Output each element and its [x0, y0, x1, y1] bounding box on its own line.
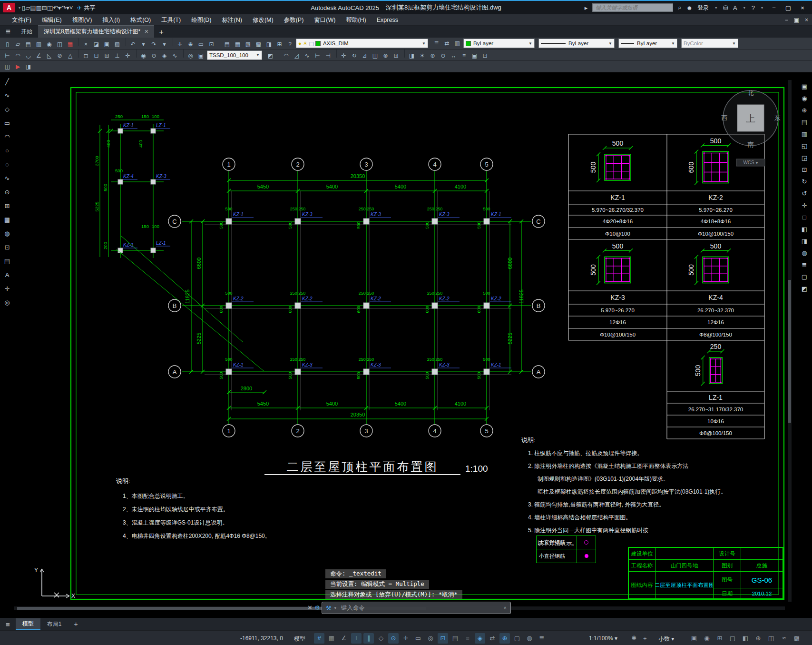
- drawing-canvas[interactable]: KZ-1LZ-1KZ-4KZ-3KZ-1LZ-12501501004004003…: [0, 72, 812, 618]
- mdi-close-icon[interactable]: ×: [805, 17, 808, 23]
- point-icon[interactable]: ✛: [1, 284, 13, 293]
- break-icon[interactable]: ⊖: [439, 51, 448, 60]
- transparency-icon[interactable]: ◎: [425, 633, 436, 644]
- dim-text-edit-icon[interactable]: ∿: [170, 51, 179, 60]
- tray-icon[interactable]: ⊞: [714, 633, 725, 644]
- tab-model[interactable]: 模型: [16, 618, 40, 630]
- autoscale-icon[interactable]: ▢: [512, 633, 522, 644]
- command-line[interactable]: ⚒ ▾ ˄: [322, 602, 511, 614]
- grid-panel-icon[interactable]: ◍: [799, 248, 810, 258]
- lineweight-combo[interactable]: ByLayer ▼: [618, 39, 677, 48]
- layer-states-icon[interactable]: ▦: [233, 40, 242, 49]
- blocks-icon[interactable]: ◉: [799, 94, 810, 103]
- plot-icon[interactable]: ▥: [34, 40, 43, 49]
- counts-icon[interactable]: ⊕: [799, 106, 810, 115]
- annotation-scale[interactable]: 1:1/100% ▾: [589, 635, 617, 642]
- hardware-icon[interactable]: ◉: [702, 633, 712, 644]
- layers-panel-icon[interactable]: ▤: [799, 118, 810, 127]
- add-layout-button[interactable]: +: [68, 620, 83, 628]
- save-icon[interactable]: ▤: [24, 40, 33, 49]
- quick-props-icon[interactable]: ⇄: [487, 633, 498, 644]
- rotate-view-icon[interactable]: ↻: [799, 177, 810, 186]
- annotation-icon[interactable]: ⊕: [499, 633, 510, 644]
- tab-close-icon[interactable]: ✕: [144, 29, 148, 35]
- grid-icon[interactable]: #: [314, 633, 324, 644]
- otrack-icon[interactable]: ✛: [401, 633, 411, 644]
- command-customize-icon[interactable]: ⚙: [314, 604, 320, 611]
- workspace-icon[interactable]: ◍: [524, 633, 535, 644]
- maximize-button[interactable]: ▢: [783, 4, 793, 11]
- dim-ordinate-icon[interactable]: △: [66, 51, 75, 60]
- region-icon[interactable]: ⊡: [1, 243, 13, 252]
- dim-diameter-icon[interactable]: ⊘: [55, 51, 64, 60]
- annotation-vis-icon[interactable]: ≣: [537, 633, 547, 644]
- add-icon[interactable]: ⊕: [753, 633, 763, 644]
- plot-icon[interactable]: ◫: [47, 4, 53, 11]
- calculator-icon[interactable]: ⊞: [275, 40, 284, 49]
- units-selector[interactable]: 小数 ▾: [658, 635, 674, 643]
- mirror-icon[interactable]: ◫: [371, 51, 380, 60]
- hatch-panel-icon[interactable]: ◲: [799, 153, 810, 162]
- dim-edit-icon[interactable]: ◈: [160, 51, 169, 60]
- lineweight-icon[interactable]: ▭: [413, 633, 423, 644]
- ellipse-icon[interactable]: ⊙: [1, 188, 13, 197]
- command-input[interactable]: [340, 604, 500, 612]
- menu-hamburger-icon[interactable]: ≡: [0, 27, 15, 38]
- save-icon[interactable]: ▤: [30, 4, 36, 11]
- import-icon[interactable]: ⊟: [42, 4, 47, 11]
- redo-dd-icon[interactable]: ▾: [160, 40, 169, 49]
- animation-icon[interactable]: ▶: [13, 62, 22, 71]
- dim-break-icon[interactable]: ⊥: [113, 51, 122, 60]
- vscroll-thumb[interactable]: [788, 280, 791, 423]
- help-icon[interactable]: ?: [752, 4, 755, 11]
- menu-w[interactable]: 窗口(W): [309, 14, 341, 26]
- search-expand-icon[interactable]: ▸: [585, 4, 588, 11]
- menu-e[interactable]: 编辑(E): [37, 14, 67, 26]
- text-icon[interactable]: A: [1, 270, 13, 279]
- plot-style-combo[interactable]: ByColor ▼: [681, 39, 738, 48]
- match-properties-icon[interactable]: ▨: [113, 40, 122, 49]
- pan-view-icon[interactable]: ✛: [799, 201, 810, 210]
- open-folder-icon[interactable]: ▱: [25, 4, 30, 11]
- menu-express[interactable]: Express: [372, 14, 403, 26]
- qleader-icon[interactable]: ◻: [81, 51, 90, 60]
- offset-icon[interactable]: ⊜: [381, 51, 390, 60]
- gradient-icon[interactable]: ◍: [1, 229, 13, 238]
- dim-linear-icon[interactable]: ⊢: [3, 51, 12, 60]
- arc-icon[interactable]: ◠: [1, 132, 13, 141]
- mdi-restore-icon[interactable]: ▣: [794, 17, 799, 23]
- properties-icon[interactable]: ▣: [799, 82, 810, 91]
- menu-h[interactable]: 帮助(H): [341, 14, 371, 26]
- dim-radius-icon[interactable]: ◺: [45, 51, 54, 60]
- snap-icon[interactable]: ▦: [326, 633, 337, 644]
- menu-v[interactable]: 视图(V): [67, 14, 98, 26]
- trim-icon[interactable]: ⊢: [313, 51, 322, 60]
- ortho-icon[interactable]: ⊥: [351, 633, 362, 644]
- polar-icon[interactable]: ∥: [363, 633, 374, 644]
- chamfer-icon[interactable]: ◿: [292, 51, 301, 60]
- donut-icon[interactable]: ◎: [1, 298, 13, 307]
- corner-icon[interactable]: ◩: [799, 284, 810, 293]
- zoom-window-icon[interactable]: ▭: [196, 40, 205, 49]
- osnap-icon[interactable]: ⊙: [388, 633, 399, 644]
- copy-icon[interactable]: ◪: [92, 40, 101, 49]
- share-button[interactable]: ✈ 共享: [77, 4, 95, 12]
- table-icon[interactable]: ▤: [1, 257, 13, 266]
- half-left-icon[interactable]: ◧: [799, 225, 810, 234]
- autodesk-icon[interactable]: A: [733, 4, 737, 11]
- center-mark-icon[interactable]: ◉: [139, 51, 148, 60]
- search-icon[interactable]: ⌕: [678, 4, 681, 11]
- revision-cloud-icon[interactable]: ◌: [1, 160, 13, 169]
- redo-icon[interactable]: ↷: [61, 4, 66, 11]
- fillet-icon[interactable]: ◠: [282, 51, 291, 60]
- user-icon[interactable]: ☻: [686, 4, 693, 11]
- save-as-icon[interactable]: ▥: [36, 4, 41, 11]
- layer-lock-icon[interactable]: ◨: [264, 40, 274, 49]
- menu-n[interactable]: 标注(N): [217, 14, 247, 26]
- clean-screen-icon[interactable]: ▢: [727, 633, 738, 644]
- dim-aligned-icon[interactable]: ◠: [13, 51, 22, 60]
- search-input[interactable]: [592, 3, 673, 12]
- logo-dropdown-icon[interactable]: ▾: [17, 6, 22, 10]
- dim-style-combo[interactable]: TSSD_100_100 ▼: [207, 50, 262, 60]
- layer-properties-icon[interactable]: ≣: [432, 39, 441, 48]
